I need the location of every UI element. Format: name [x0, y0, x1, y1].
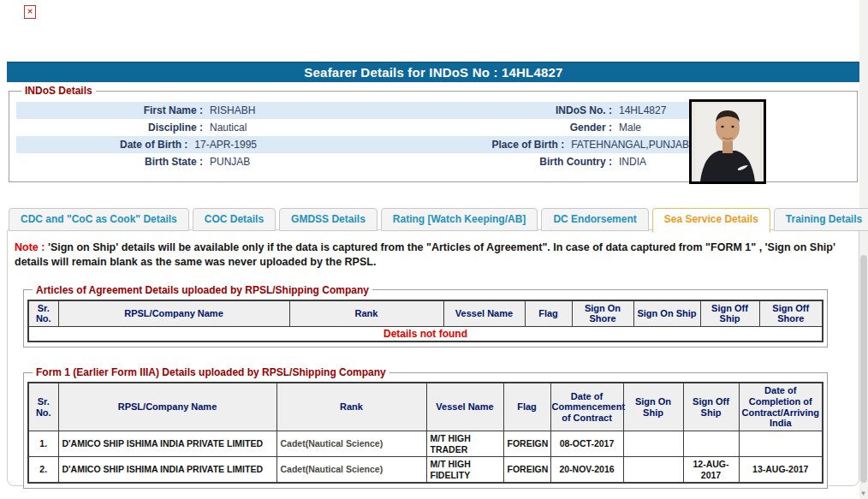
company-cell: D'AMICO SHIP ISHIMA INDIA PRIVATE LIMITE…	[58, 457, 276, 484]
note-text: Note : 'Sign on Ship' details will be av…	[15, 241, 852, 270]
form1-header-row: Sr. No. RPSL/Company Name Rank Vessel Na…	[28, 383, 823, 431]
vessel-cell: M/T HIGH TRADER	[426, 431, 503, 456]
col-sign-on-shore: Sign On Shore	[572, 300, 633, 327]
rank-cell: Cadet(Nautical Science)	[276, 431, 426, 456]
discipline-value: Nautical	[203, 119, 417, 136]
gender-label: Gender :	[417, 119, 612, 136]
col-rank: Rank	[276, 383, 426, 431]
scrollbar-thumb[interactable]	[860, 255, 867, 483]
birth-country-label: Birth Country :	[417, 153, 612, 170]
note-prefix: Note :	[15, 241, 45, 253]
form1-table: Sr. No. RPSL/Company Name Rank Vessel Na…	[27, 382, 823, 484]
sign-off-ship-cell	[683, 431, 739, 456]
scrollbar-down-arrow-icon[interactable]: ▼	[859, 490, 867, 497]
col-vessel-name: Vessel Name	[443, 300, 525, 327]
sign-on-ship-cell	[623, 457, 683, 484]
form1-legend: Form 1 (Earlier Form IIIA) Details uploa…	[33, 366, 389, 378]
detail-row: Birth State : PUNJAB Birth Country : IND…	[16, 153, 689, 170]
col-rank: Rank	[289, 300, 443, 327]
col-sign-off-shore: Sign Off Shore	[759, 300, 823, 327]
detail-row: Date of Birth : 17-APR-1995 Place of Bir…	[16, 136, 689, 153]
birth-state-value: PUNJAB	[203, 153, 417, 170]
col-rpsl-company: RPSL/Company Name	[58, 300, 289, 327]
tab-training-details[interactable]: Training Details	[774, 208, 868, 231]
dob-label: Date of Birth :	[16, 136, 187, 153]
col-sign-on-ship: Sign On Ship	[623, 383, 683, 431]
birth-state-label: Birth State :	[16, 153, 203, 170]
tab-gmdss-details[interactable]: GMDSS Details	[279, 208, 378, 231]
form1-fieldset: Form 1 (Earlier Form IIIA) Details uploa…	[23, 366, 828, 489]
table-row: 1. D'AMICO SHIP ISHIMA INDIA PRIVATE LIM…	[28, 431, 823, 456]
details-not-found-message: Details not found	[28, 327, 823, 342]
table-row: 2. D'AMICO SHIP ISHIMA INDIA PRIVATE LIM…	[28, 457, 823, 484]
sign-off-ship-cell: 12-AUG-2017	[683, 457, 739, 484]
indos-details-grid: First Name : RISHABH INDoS No. : 14HL482…	[16, 102, 689, 170]
col-flag: Flag	[525, 300, 572, 327]
vertical-scrollbar[interactable]: ▼	[859, 0, 868, 499]
gender-value: Male	[612, 119, 689, 136]
tab-cdc-coc-as-cook-details[interactable]: CDC and "CoC as Cook" Details	[9, 208, 189, 231]
completion-date-cell: 13-AUG-2017	[739, 457, 823, 484]
tab-sea-service-details[interactable]: Sea Service Details	[652, 208, 770, 233]
vessel-cell: M/T HIGH FIDELITY	[426, 457, 503, 484]
flag-cell: FOREIGN	[503, 457, 550, 484]
rank-cell: Cadet(Nautical Science)	[276, 457, 426, 484]
detail-row: Discipline : Nautical Gender : Male	[16, 119, 689, 136]
flag-cell: FOREIGN	[503, 431, 550, 456]
col-vessel-name: Vessel Name	[426, 383, 503, 431]
col-sign-on-ship: Sign On Ship	[633, 300, 700, 327]
completion-date-cell	[739, 431, 823, 456]
note-body: 'Sign on Ship' details will be available…	[15, 241, 835, 268]
place-of-birth-label: Place of Birth :	[385, 136, 565, 153]
col-date-completion: Date of Completion of Contract/Arriving …	[739, 383, 823, 431]
col-sign-off-ship: Sign Off Ship	[683, 383, 739, 431]
commencement-date-cell: 08-OCT-2017	[550, 431, 623, 456]
articles-legend: Articles of Agreement Details uploaded b…	[33, 284, 372, 296]
first-name-label: First Name :	[16, 102, 203, 119]
indos-details-legend: INDoS Details	[21, 85, 96, 97]
tab-content-panel: Note : 'Sign on Ship' details will be av…	[7, 229, 859, 486]
commencement-date-cell: 20-NOV-2016	[550, 457, 623, 484]
col-sign-off-ship: Sign Off Ship	[700, 300, 759, 327]
birth-country-value: INDIA	[612, 153, 689, 170]
tab-coc-details[interactable]: COC Details	[193, 208, 276, 231]
discipline-label: Discipline :	[16, 119, 203, 136]
tab-rating-watch-keeping-ab[interactable]: Rating [Watch Keeping/AB]	[381, 208, 538, 231]
page-title: Seafarer Details for INDoS No : 14HL4827	[7, 62, 860, 82]
detail-row: First Name : RISHABH INDoS No. : 14HL482…	[16, 102, 689, 119]
col-rpsl-company: RPSL/Company Name	[58, 383, 276, 431]
indos-no-value: 14HL4827	[612, 102, 689, 119]
col-sr-no: Sr. No.	[28, 383, 58, 431]
company-cell: D'AMICO SHIP ISHIMA INDIA PRIVATE LIMITE…	[58, 431, 276, 456]
place-of-birth-value: FATEHNANGAL,PUNJAB	[564, 136, 689, 153]
sr-no-cell: 2.	[28, 457, 58, 484]
col-date-commencement: Date of Commencement of Contract	[550, 383, 623, 431]
dob-value: 17-APR-1995	[187, 136, 384, 153]
articles-of-agreement-fieldset: Articles of Agreement Details uploaded b…	[23, 284, 828, 348]
sr-no-cell: 1.	[28, 431, 58, 456]
col-flag: Flag	[503, 383, 550, 431]
articles-table: Sr. No. RPSL/Company Name Rank Vessel Na…	[27, 300, 823, 343]
sign-on-ship-cell	[623, 431, 683, 456]
tab-dc-endorsement[interactable]: DC Endorsement	[541, 208, 648, 231]
table-row: Details not found	[28, 327, 823, 342]
seafarer-photo	[689, 99, 766, 184]
indos-no-label: INDoS No. :	[417, 102, 612, 119]
broken-image-icon: ✕	[24, 5, 36, 19]
articles-header-row: Sr. No. RPSL/Company Name Rank Vessel Na…	[28, 300, 823, 327]
tab-bar: CDC and "CoC as Cook" Details COC Detail…	[9, 208, 868, 233]
first-name-value: RISHABH	[203, 102, 417, 119]
col-sr-no: Sr. No.	[28, 300, 58, 327]
